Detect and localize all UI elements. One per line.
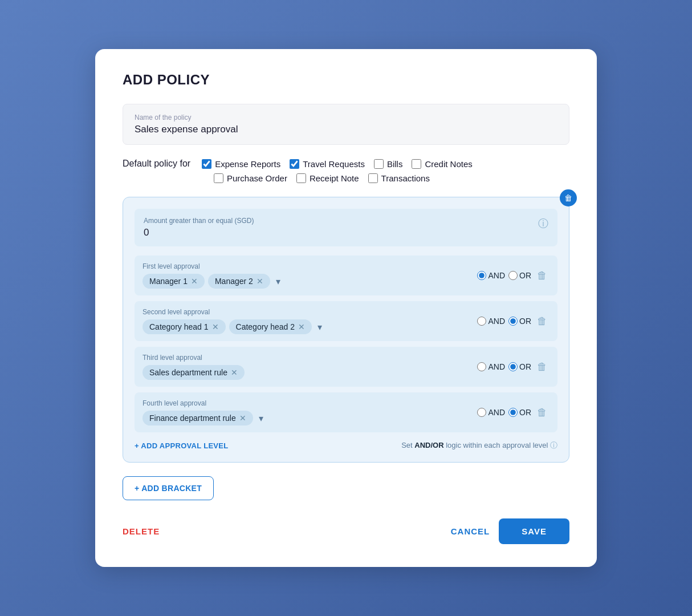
level-4-and-input[interactable]: [477, 408, 486, 417]
delete-level-4-icon: 🗑: [537, 407, 547, 418]
purchase-order-checkbox[interactable]: [214, 173, 223, 183]
save-button[interactable]: SAVE: [499, 518, 569, 544]
bracket-container: 🗑 Amount greater than or equal (SGD) 0 ⓘ…: [123, 197, 569, 463]
tag-sales-dept-text: Sales department rule: [149, 368, 227, 377]
bills-label: Bills: [387, 159, 403, 169]
tag-sales-dept: Sales department rule ✕: [143, 365, 245, 380]
tag-cathead1-text: Category head 1: [149, 322, 209, 331]
and-or-info-icon[interactable]: ⓘ: [550, 441, 557, 449]
level-3-and-input[interactable]: [477, 362, 486, 371]
checkbox-transactions[interactable]: Transactions: [368, 173, 430, 183]
bills-checkbox[interactable]: [374, 159, 384, 169]
level-4-or-radio[interactable]: OR: [508, 408, 531, 417]
delete-level-2-icon: 🗑: [537, 315, 547, 327]
tag-manager1-close[interactable]: ✕: [191, 277, 198, 285]
amount-field[interactable]: Amount greater than or equal (SGD) 0 ⓘ: [135, 209, 557, 246]
level-1-and-radio[interactable]: AND: [477, 271, 505, 280]
level-4-or-input[interactable]: [508, 408, 518, 417]
tag-cathead1-close[interactable]: ✕: [212, 323, 219, 331]
action-right: CANCEL SAVE: [451, 518, 569, 544]
amount-info-icon[interactable]: ⓘ: [538, 217, 548, 230]
amount-value: 0: [144, 227, 254, 238]
level-2-or-input[interactable]: [508, 317, 518, 326]
tag-manager1-text: Manager 1: [149, 277, 188, 286]
transactions-label: Transactions: [381, 173, 430, 183]
level-3-controls: AND OR 🗑: [477, 360, 549, 374]
delete-level-4-button[interactable]: 🗑: [535, 406, 549, 420]
level-2-and-input[interactable]: [477, 317, 486, 326]
level-2-tags: Category head 1 ✕ Category head 2 ✕ ▾: [143, 319, 471, 334]
delete-level-1-icon: 🗑: [537, 270, 547, 281]
receipt-note-checkbox[interactable]: [296, 173, 306, 183]
delete-policy-button[interactable]: DELETE: [123, 526, 160, 536]
checkbox-bills[interactable]: Bills: [374, 159, 403, 169]
level-4-label: Fourth level approval: [143, 399, 471, 407]
add-bracket-button[interactable]: + ADD BRACKET: [123, 476, 214, 500]
tag-cathead2: Category head 2 ✕: [229, 319, 312, 334]
level-4-and-radio[interactable]: AND: [477, 408, 505, 417]
expense-reports-checkbox[interactable]: [202, 159, 211, 169]
level-1-or-radio[interactable]: OR: [508, 271, 531, 280]
tag-cathead2-close[interactable]: ✕: [298, 323, 305, 331]
level-3-or-radio[interactable]: OR: [508, 362, 531, 371]
level-1-or-input[interactable]: [508, 271, 518, 280]
receipt-note-label: Receipt Note: [310, 173, 359, 183]
delete-level-3-button[interactable]: 🗑: [535, 360, 549, 374]
level-3-or-input[interactable]: [508, 362, 518, 371]
and-or-hint: Set AND/OR logic within each approval le…: [401, 440, 557, 451]
checkbox-travel-requests[interactable]: Travel Requests: [290, 159, 365, 169]
credit-notes-checkbox[interactable]: [412, 159, 421, 169]
level-3-label: Third level approval: [143, 354, 471, 362]
level-1-tags: Manager 1 ✕ Manager 2 ✕ ▾: [143, 274, 471, 289]
bracket-footer: + ADD APPROVAL LEVEL Set AND/OR logic wi…: [135, 440, 557, 451]
approval-level-1: First level approval Manager 1 ✕ Manager…: [135, 256, 557, 295]
delete-level-1-button[interactable]: 🗑: [535, 269, 549, 283]
cancel-button[interactable]: CANCEL: [451, 526, 490, 536]
travel-requests-checkbox[interactable]: [290, 159, 299, 169]
level-2-or-radio[interactable]: OR: [508, 317, 531, 326]
tag-cathead2-text: Category head 2: [236, 322, 295, 331]
approval-level-4: Fourth level approval Finance department…: [135, 392, 557, 432]
delete-level-2-button[interactable]: 🗑: [535, 314, 549, 329]
approval-level-3: Third level approval Sales department ru…: [135, 347, 557, 387]
level-3-tags: Sales department rule ✕: [143, 365, 471, 380]
policy-name-field[interactable]: Name of the policy Sales expense approva…: [123, 104, 569, 145]
level-1-dropdown-arrow[interactable]: ▾: [276, 276, 280, 287]
tag-manager2-close[interactable]: ✕: [257, 277, 263, 285]
policy-name-label: Name of the policy: [135, 114, 557, 121]
purchase-order-label: Purchase Order: [227, 173, 287, 183]
modal-actions: DELETE CANCEL SAVE: [123, 518, 569, 544]
policy-name-value: Sales expense approval: [135, 124, 557, 135]
level-3-and-radio[interactable]: AND: [477, 362, 505, 371]
checkbox-purchase-order[interactable]: Purchase Order: [214, 173, 287, 183]
tag-finance-dept-close[interactable]: ✕: [239, 414, 246, 422]
modal: ADD POLICY Name of the policy Sales expe…: [95, 49, 597, 567]
level-4-controls: AND OR 🗑: [477, 406, 549, 420]
checkbox-receipt-note[interactable]: Receipt Note: [296, 173, 359, 183]
expense-reports-label: Expense Reports: [215, 159, 280, 169]
level-1-and-input[interactable]: [477, 271, 486, 280]
tag-manager1: Manager 1 ✕: [143, 274, 205, 289]
level-4-dropdown-arrow[interactable]: ▾: [259, 413, 263, 424]
delete-level-3-icon: 🗑: [537, 361, 547, 372]
checkbox-credit-notes[interactable]: Credit Notes: [412, 159, 472, 169]
trash-icon: 🗑: [564, 193, 572, 202]
delete-bracket-button[interactable]: 🗑: [560, 189, 577, 206]
add-approval-level-link[interactable]: + ADD APPROVAL LEVEL: [135, 441, 229, 450]
backdrop: ADD POLICY Name of the policy Sales expe…: [0, 0, 692, 616]
tag-manager2-text: Manager 2: [215, 277, 253, 286]
transactions-checkbox[interactable]: [368, 173, 378, 183]
level-2-dropdown-arrow[interactable]: ▾: [317, 322, 322, 333]
level-2-and-radio[interactable]: AND: [477, 317, 505, 326]
modal-title: ADD POLICY: [123, 72, 569, 88]
default-policy-row2: Purchase Order Receipt Note Transactions: [214, 173, 569, 183]
checkbox-expense-reports[interactable]: Expense Reports: [202, 159, 280, 169]
level-2-label: Second level approval: [143, 308, 471, 316]
level-2-controls: AND OR 🗑: [477, 314, 549, 329]
credit-notes-label: Credit Notes: [425, 159, 472, 169]
amount-label: Amount greater than or equal (SGD): [144, 217, 254, 225]
tag-sales-dept-close[interactable]: ✕: [231, 368, 238, 376]
tag-manager2: Manager 2 ✕: [208, 274, 270, 289]
default-policy-label: Default policy for: [123, 159, 190, 169]
tag-cathead1: Category head 1 ✕: [143, 319, 226, 334]
